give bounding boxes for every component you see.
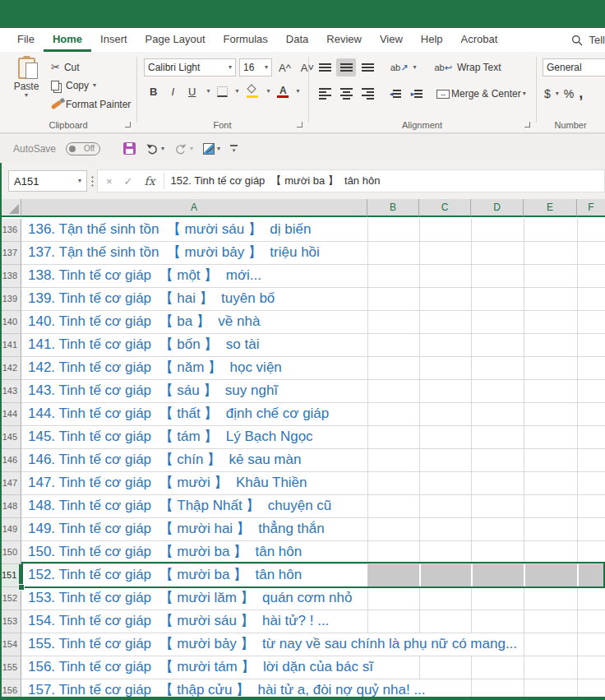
tab-review[interactable]: Review — [317, 28, 371, 52]
align-center-button[interactable] — [336, 85, 356, 103]
merge-center-button[interactable]: Merge & Center — [451, 88, 521, 100]
tell-me-search[interactable]: Tell — [571, 28, 605, 52]
number-format-combo[interactable]: General — [543, 58, 605, 76]
table-row[interactable]: 155156. Tinh tế cơ giáp 【 mười tám 】 lời… — [2, 656, 605, 679]
customize-qat-button[interactable]: ▾ — [230, 145, 238, 153]
tab-data[interactable]: Data — [277, 28, 317, 52]
draw-table-button[interactable]: ▾ — [203, 143, 220, 155]
cancel-button[interactable]: × — [106, 175, 113, 188]
table-row[interactable]: 136136. Tận thế sinh tồn 【 mười sáu 】 dị… — [2, 219, 605, 242]
table-row[interactable]: 148148. Tinh tế cơ giáp 【 Thập Nhất 】 ch… — [2, 495, 605, 518]
row-header[interactable]: 147 — [2, 472, 21, 495]
row-header[interactable]: 154 — [2, 633, 21, 656]
row-header[interactable]: 155 — [2, 656, 21, 679]
redo-button[interactable]: ▾ — [174, 142, 193, 155]
row-header[interactable]: 139 — [2, 288, 21, 311]
row-header[interactable]: 150 — [2, 541, 21, 564]
bottom-align-button[interactable] — [358, 58, 377, 76]
table-row[interactable]: 150150. Tinh tế cơ giáp 【 mười ba 】 tân … — [2, 541, 605, 564]
tab-home[interactable]: Home — [44, 28, 91, 52]
font-name-combo[interactable]: Calibri Light ▾ — [144, 58, 236, 76]
tab-file[interactable]: File — [8, 28, 44, 52]
select-all-corner[interactable] — [2, 199, 21, 217]
column-header-a[interactable]: A — [21, 199, 367, 217]
tab-view[interactable]: View — [371, 28, 412, 52]
row-header[interactable]: 140 — [2, 311, 21, 334]
underline-button[interactable]: U — [185, 86, 199, 98]
save-button[interactable] — [123, 142, 136, 155]
row-header[interactable]: 142 — [2, 357, 21, 380]
table-row[interactable]: 147147. Tinh tế cơ giáp 【 mười 】 Khâu Th… — [2, 472, 605, 495]
orientation-button[interactable]: ab↗ — [387, 63, 411, 73]
table-row[interactable]: 152153. Tinh tế cơ giáp 【 mười lăm 】 quá… — [2, 587, 605, 610]
autosave-toggle[interactable]: Off — [66, 142, 100, 155]
row-header[interactable]: 148 — [2, 495, 21, 518]
row-header[interactable]: 153 — [2, 610, 21, 633]
table-row[interactable]: 156157. Tinh tế cơ giáp 【 thập cửu 】 hài… — [2, 679, 605, 697]
bold-button[interactable]: B — [146, 86, 160, 98]
name-box[interactable]: A151 ▾ — [8, 170, 87, 192]
font-size-combo[interactable]: 16 ▾ — [239, 58, 272, 76]
column-header-b[interactable]: B — [367, 199, 419, 217]
row-header[interactable]: 144 — [2, 403, 21, 426]
insert-function-button[interactable]: fx — [145, 174, 155, 188]
undo-button[interactable]: ▾ — [145, 142, 164, 155]
table-row[interactable]: 153154. Tinh tế cơ giáp 【 mười sáu 】 hài… — [2, 610, 605, 633]
top-align-button[interactable] — [315, 58, 335, 76]
currency-format-button[interactable]: $ — [544, 87, 551, 100]
align-right-button[interactable] — [358, 85, 377, 103]
font-dialog-launcher[interactable] — [297, 122, 302, 127]
formula-value[interactable]: 152. Tinh tế cơ giáp 【 mười ba 】 tân hôn — [171, 174, 381, 188]
table-row[interactable]: 140140. Tinh tế cơ giáp 【 ba 】 về nhà — [2, 311, 605, 334]
row-header[interactable]: 141 — [2, 334, 21, 357]
column-header-c[interactable]: C — [419, 199, 471, 217]
alignment-dialog-launcher[interactable] — [524, 122, 530, 127]
table-row[interactable]: 145145. Tinh tế cơ giáp 【 tám 】 Lý Bạch … — [2, 426, 605, 449]
decrease-indent-button[interactable]: ◂ — [386, 85, 405, 103]
align-left-button[interactable] — [315, 85, 335, 103]
tab-formulas[interactable]: Formulas — [215, 28, 277, 52]
increase-indent-button[interactable]: ▸ — [407, 85, 427, 103]
table-row[interactable]: 154155. Tinh tế cơ giáp 【 mười bảy 】 từ … — [2, 633, 605, 656]
increase-font-button[interactable]: A^ — [275, 62, 294, 74]
enter-button[interactable]: ✓ — [124, 175, 133, 188]
tab-page-layout[interactable]: Page Layout — [136, 28, 215, 52]
table-row[interactable]: 142142. Tinh tế cơ giáp 【 năm 】 học viện — [2, 357, 605, 380]
row-header[interactable]: 152 — [2, 587, 21, 610]
row-header[interactable]: 137 — [2, 242, 21, 265]
table-row[interactable]: 149149. Tinh tế cơ giáp 【 mười hai 】 thẳ… — [2, 518, 605, 541]
table-row[interactable]: 141141. Tinh tế cơ giáp 【 bốn 】 so tài — [2, 334, 605, 357]
fill-handle[interactable] — [18, 584, 25, 591]
tab-acrobat[interactable]: Acrobat — [452, 28, 507, 52]
row-header[interactable]: 138 — [2, 265, 21, 288]
italic-button[interactable]: I — [168, 86, 178, 98]
format-painter-button[interactable]: Format Painter — [51, 99, 131, 110]
percent-format-button[interactable]: % — [564, 87, 574, 100]
clipboard-dialog-launcher[interactable] — [125, 122, 131, 127]
fill-color-button[interactable] — [246, 85, 259, 98]
comma-format-button[interactable]: , — [579, 85, 583, 102]
paste-button[interactable]: Paste ▾ — [8, 58, 44, 99]
cut-button[interactable]: ✂ Cut — [51, 61, 80, 73]
middle-align-button[interactable] — [336, 58, 356, 76]
tab-insert[interactable]: Insert — [91, 28, 136, 52]
table-row[interactable]: 137137. Tận thế sinh tồn 【 mười bảy 】 tr… — [2, 242, 605, 265]
table-row[interactable]: 143143. Tinh tế cơ giáp 【 sáu 】 suy nghĩ — [2, 380, 605, 403]
table-row[interactable]: 139139. Tinh tế cơ giáp 【 hai 】 tuyên bố — [2, 288, 605, 311]
column-header-f[interactable]: F — [577, 199, 605, 217]
row-header[interactable]: 149 — [2, 518, 21, 541]
wrap-text-button[interactable]: Wrap Text — [457, 62, 501, 73]
row-header[interactable]: 136 — [2, 219, 21, 242]
table-row[interactable]: 138138. Tinh tế cơ giáp 【 một 】 mới... — [2, 265, 605, 288]
column-header-e[interactable]: E — [524, 199, 577, 217]
table-row[interactable]: 146146. Tinh tế cơ giáp 【 chín 】 kẻ sau … — [2, 449, 605, 472]
tab-help[interactable]: Help — [412, 28, 452, 52]
row-header[interactable]: 146 — [2, 449, 21, 472]
formula-bar-resize-handle[interactable] — [91, 175, 94, 187]
copy-button[interactable]: Copy ▾ — [51, 80, 96, 91]
row-header[interactable]: 156 — [2, 679, 21, 697]
font-color-button[interactable]: A — [277, 85, 289, 98]
row-header[interactable]: 143 — [2, 380, 21, 403]
borders-button[interactable] — [217, 86, 228, 97]
row-header[interactable]: 145 — [2, 426, 21, 449]
